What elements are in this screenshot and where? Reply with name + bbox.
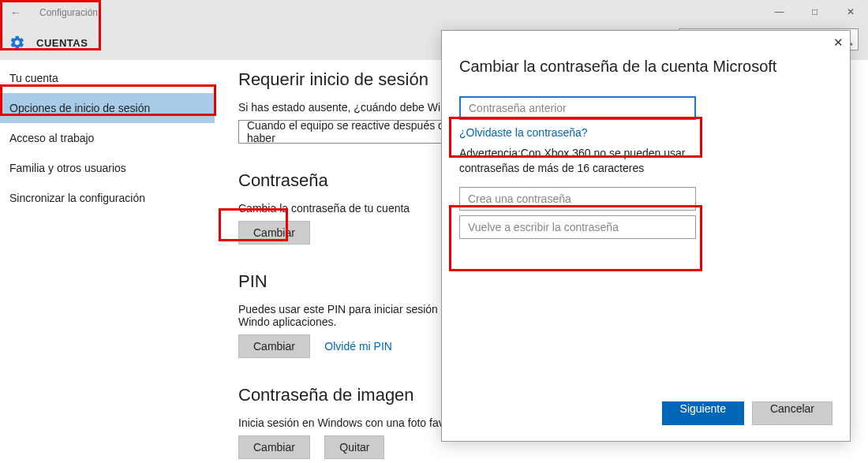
change-password-dialog: ✕ Cambiar la contraseña de la cuenta Mic… — [441, 30, 851, 442]
pin-change-button[interactable]: Cambiar — [238, 334, 310, 358]
back-button[interactable]: ← — [0, 6, 32, 19]
gear-icon — [9, 35, 25, 50]
dialog-title: Cambiar la contraseña de la cuenta Micro… — [459, 58, 832, 76]
repeat-password-input[interactable] — [459, 215, 696, 239]
dialog-footer: Siguiente Cancelar — [662, 401, 832, 425]
dialog-next-button[interactable]: Siguiente — [662, 401, 744, 425]
window-title: Configuración — [39, 7, 98, 18]
sidebar-item-tu-cuenta[interactable]: Tu cuenta — [0, 63, 215, 93]
sidebar-item-sincronizar[interactable]: Sincronizar la configuración — [0, 183, 215, 213]
dialog-close-button[interactable]: ✕ — [833, 35, 844, 50]
new-password-input[interactable] — [459, 187, 696, 211]
close-button[interactable]: ✕ — [832, 0, 868, 24]
page-title: CUENTAS — [36, 37, 88, 49]
dialog-warning-text: Advertencia:Con Xbox 360 no se pueden us… — [459, 146, 712, 176]
sidebar-item-familia[interactable]: Familia y otros usuarios — [0, 153, 215, 183]
maximize-button[interactable]: □ — [797, 0, 832, 24]
minimize-button[interactable]: — — [761, 0, 797, 24]
new-password-group — [459, 187, 832, 239]
old-password-input[interactable] — [459, 96, 696, 120]
password-change-button[interactable]: Cambiar — [238, 221, 310, 245]
sidebar-item-acceso-trabajo[interactable]: Acceso al trabajo — [0, 123, 215, 153]
pin-prompt: Puedes usar este PIN para iniciar sesión… — [238, 303, 459, 328]
picture-password-change-button[interactable]: Cambiar — [238, 435, 310, 459]
require-signin-select[interactable]: Cuando el equipo se reactive después de … — [238, 120, 467, 144]
sidebar-item-opciones-inicio[interactable]: Opciones de inicio de sesión — [0, 93, 215, 123]
dialog-cancel-button[interactable]: Cancelar — [752, 401, 832, 425]
titlebar: ← Configuración — □ ✕ — [0, 0, 868, 25]
sidebar: Tu cuenta Opciones de inicio de sesión A… — [0, 60, 215, 463]
window-controls: — □ ✕ — [761, 0, 868, 24]
forgot-password-link[interactable]: ¿Olvidaste la contraseña? — [459, 126, 588, 139]
pin-forgot-link[interactable]: Olvidé mi PIN — [324, 340, 392, 353]
picture-password-remove-button[interactable]: Quitar — [324, 435, 384, 459]
